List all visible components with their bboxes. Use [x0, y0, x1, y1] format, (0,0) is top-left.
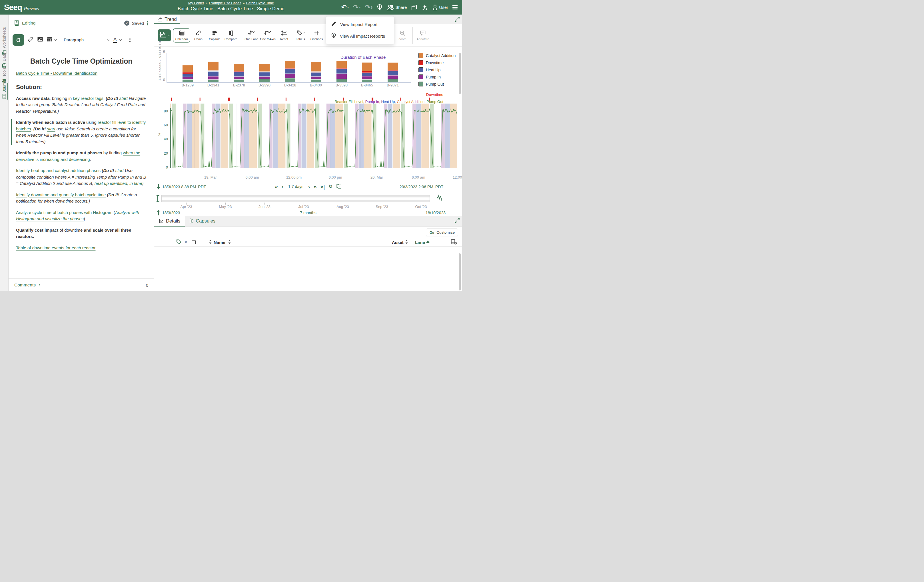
minimap-icon[interactable]: [436, 194, 442, 204]
document-link[interactable]: Analyze cycle time of batch phases with …: [16, 210, 112, 215]
legend-item[interactable]: Pump In: [418, 74, 455, 79]
phase-duration-bar-chart[interactable]: [154, 49, 462, 95]
comments-toggle[interactable]: Comments: [14, 283, 40, 288]
compare-button[interactable]: Compare: [223, 30, 239, 41]
legend-item[interactable]: Catalyst Addition: [418, 53, 455, 58]
expand-trend-icon[interactable]: [455, 17, 460, 23]
remove-all-icon[interactable]: ×: [185, 240, 187, 245]
tag-icon[interactable]: [176, 239, 182, 245]
reactor-fill-level-chart[interactable]: [170, 97, 457, 168]
step-back-button[interactable]: ‹: [282, 184, 283, 189]
document-subtitle-link[interactable]: Batch Cycle Time - Downtime Identificati…: [16, 71, 97, 76]
sort-caret-up-icon[interactable]: [426, 239, 430, 243]
calendar-button[interactable]: Calendar: [173, 28, 190, 43]
range-duration[interactable]: 1.7 days: [288, 184, 304, 189]
month-label: Sep '23: [372, 205, 392, 209]
user-menu[interactable]: User: [432, 4, 448, 11]
worksheet-panel-button[interactable]: [411, 4, 417, 11]
legend-item[interactable]: Downtime: [418, 60, 455, 65]
journal-toolbar: Paragraph A: [8, 32, 154, 48]
range-start[interactable]: 18/3/2023 8:38 PMPDT: [162, 184, 206, 189]
reset-button[interactable]: Reset: [276, 30, 292, 41]
annotate-button[interactable]: Annotate: [415, 30, 431, 41]
labels-button[interactable]: Labels: [292, 30, 309, 41]
toolbar-overflow-button[interactable]: [129, 37, 131, 43]
select-all-checkbox[interactable]: [191, 240, 196, 244]
tab-capsules[interactable]: Capsules: [185, 216, 220, 226]
investigate-range-slider[interactable]: [162, 195, 430, 202]
breadcrumb-link[interactable]: My Folder: [188, 1, 204, 5]
journal-menu-button[interactable]: [147, 20, 149, 26]
menu-item-view-all-impact-reports[interactable]: $View All Impact Reports: [326, 30, 394, 42]
chain-button[interactable]: Chain: [190, 30, 206, 41]
seeq-logo[interactable]: Seeq Preview: [4, 3, 39, 12]
step-forward-button[interactable]: ›: [308, 184, 310, 189]
scrollbar-details[interactable]: [459, 253, 461, 291]
ai-assistant-button[interactable]: [422, 4, 428, 11]
tab-trend[interactable]: Trend: [154, 15, 180, 24]
seeq-ai-button[interactable]: [13, 34, 24, 46]
document-link[interactable]: key reactor tags: [73, 96, 103, 101]
sort-icon[interactable]: [209, 239, 212, 245]
legend-item[interactable]: Heat Up: [418, 67, 455, 72]
range-end[interactable]: 20/3/2023 2:06 PMPDT: [399, 184, 443, 189]
series-label[interactable]: Pump Out: [426, 100, 443, 104]
impact-report-icon[interactable]: $: [377, 4, 383, 11]
menu-item-view-impact-report[interactable]: View Impact Report: [326, 18, 394, 30]
document-text: Identify when each batch is active: [16, 120, 85, 125]
insert-image-icon[interactable]: [37, 36, 43, 43]
undo-button[interactable]: ↶▾: [342, 4, 349, 11]
investigate-duration[interactable]: 7 months: [300, 210, 317, 215]
refresh-icon[interactable]: ↻: [328, 184, 332, 189]
font-color-control[interactable]: A: [113, 37, 121, 43]
step-to-end-button[interactable]: »|: [320, 184, 325, 189]
document-link[interactable]: start: [119, 96, 128, 101]
series-label[interactable]: Reactor Fill Level: [335, 100, 363, 104]
forward-all-button[interactable]: ↷›: [365, 4, 373, 11]
step-forward-full-button[interactable]: »: [314, 184, 317, 189]
document-link[interactable]: start: [47, 127, 55, 131]
legend-item[interactable]: Pump Out: [418, 82, 455, 86]
series-label[interactable]: Heat Up: [381, 100, 395, 104]
column-header-name[interactable]: Name: [214, 240, 225, 245]
expand-details-icon[interactable]: [455, 218, 460, 224]
breadcrumb-link[interactable]: Example Use Cases: [209, 1, 241, 5]
column-header-asset[interactable]: Asset: [392, 240, 404, 245]
gridlines-button[interactable]: Gridlines: [309, 30, 325, 41]
column-header-lane[interactable]: Lane: [415, 240, 425, 245]
document-link[interactable]: Table of downtime events for each reacto…: [16, 245, 96, 250]
sort-icon[interactable]: [405, 239, 408, 245]
one-y-axis-button[interactable]: One Y-Axis: [260, 30, 276, 41]
series-label[interactable]: Pump In: [365, 100, 379, 104]
document-link[interactable]: Identify downtime and quantify batch cyc…: [16, 192, 106, 197]
investigate-start[interactable]: 18/3/2023: [162, 210, 180, 215]
document-link[interactable]: heat up identified, in lane: [94, 181, 142, 186]
share-button[interactable]: Share: [387, 4, 407, 11]
add-column-icon[interactable]: [451, 239, 457, 245]
sidebar-item-worksheets[interactable]: Worksheets: [0, 31, 8, 55]
hamburger-menu[interactable]: [452, 4, 457, 10]
sidebar-item-data[interactable]: Data: [0, 56, 8, 68]
series-label[interactable]: Catalyst Addition: [397, 100, 424, 104]
zoom-button[interactable]: Zoom: [394, 30, 411, 41]
paragraph-style-select[interactable]: Paragraph: [64, 37, 109, 42]
one-lane-button[interactable]: One Lane: [243, 30, 260, 41]
copy-range-icon[interactable]: [336, 183, 342, 190]
step-back-full-button[interactable]: «: [275, 184, 278, 189]
document-link[interactable]: Identify heat up and catalyst addition p…: [16, 168, 101, 173]
compare-icon: [229, 30, 233, 36]
customize-button[interactable]: ⚙⚙ Customize: [426, 229, 458, 236]
insert-table-control[interactable]: [47, 37, 56, 43]
capsule-button[interactable]: Capsule: [206, 30, 223, 41]
journal-document[interactable]: Batch Cycle Time Optimization Batch Cycl…: [8, 48, 154, 278]
redo-button[interactable]: ↷▾: [353, 4, 360, 11]
insert-link-icon[interactable]: [28, 36, 33, 43]
breadcrumb-link[interactable]: Batch Cycle Time: [246, 1, 274, 5]
scrub-handle-icon[interactable]: [156, 194, 161, 204]
scrollbar-chart[interactable]: [459, 53, 461, 94]
sort-icon[interactable]: [228, 239, 231, 245]
investigate-end[interactable]: 18/10/2023: [426, 210, 446, 215]
document-link[interactable]: start: [116, 168, 124, 173]
tab-details[interactable]: Details: [154, 216, 185, 226]
editing-mode-label[interactable]: Editing: [22, 21, 35, 26]
